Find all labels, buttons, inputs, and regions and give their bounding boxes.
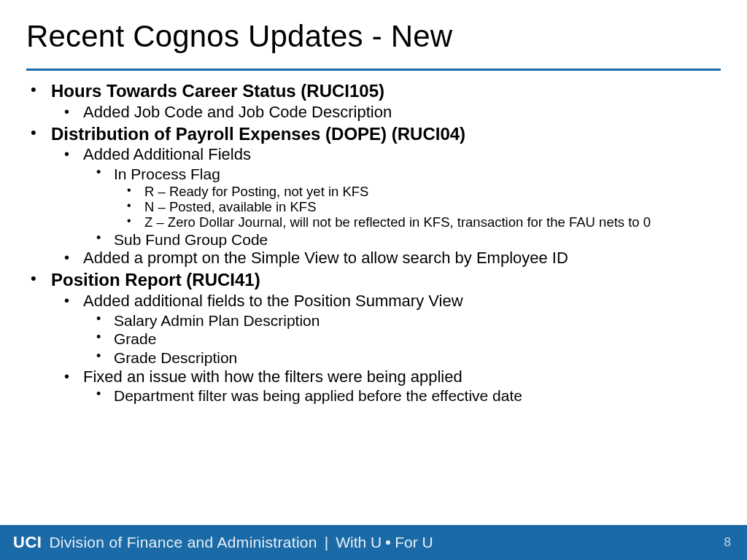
- bullet-2-sub-1a: In Process Flag R – Ready for Posting, n…: [83, 165, 721, 230]
- page-number: 8: [724, 535, 731, 550]
- footer-content: UCI Division of Finance and Administrati…: [0, 533, 433, 552]
- bullet-2-sub-1a-text: In Process Flag: [114, 166, 220, 182]
- bullet-3-sub-1b: Grade: [83, 330, 721, 349]
- footer-tagline-pre: With U: [336, 534, 382, 551]
- footer-bar: UCI Division of Finance and Administrati…: [0, 525, 747, 560]
- bullet-2: Distribution of Payroll Expenses (DOPE) …: [26, 123, 721, 269]
- bullet-2-sub-1b: Sub Fund Group Code: [83, 230, 721, 249]
- bullet-3: Position Report (RUCI41) Added additiona…: [26, 269, 721, 405]
- bullet-2-label: Distribution of Payroll Expenses (DOPE) …: [51, 124, 465, 144]
- bullet-1-sub-1: Added Job Code and Job Code Description: [51, 103, 721, 122]
- bullet-1-label: Hours Towards Career Status (RUCI105): [51, 81, 384, 101]
- footer-tagline: With UFor U: [336, 534, 433, 551]
- slide: Recent Cognos Updates - New Hours Toward…: [0, 0, 747, 560]
- title-rule: [26, 69, 721, 71]
- footer-separator: |: [325, 534, 328, 551]
- bullet-3-sub-2: Fixed an issue with how the filters were…: [51, 368, 721, 405]
- bullet-3-sub-1c: Grade Description: [83, 349, 721, 368]
- bullet-3-sub-1-text: Added additional fields to the Position …: [83, 292, 463, 310]
- bullet-3-sub-2-text: Fixed an issue with how the filters were…: [83, 368, 462, 386]
- dot-icon: [386, 540, 390, 545]
- bullet-2-sub-1a2: N – Posted, available in KFS: [114, 199, 721, 214]
- footer-tagline-post: For U: [395, 534, 433, 551]
- bullet-2-sub-1a3: Z – Zero Dollar Journal, will not be ref…: [114, 214, 721, 230]
- bullet-3-sub-2a: Department filter was being applied befo…: [83, 386, 721, 405]
- bullet-2-sub-1-text: Added Additional Fields: [83, 145, 251, 163]
- bullet-1: Hours Towards Career Status (RUCI105) Ad…: [26, 80, 721, 122]
- bullet-3-sub-1: Added additional fields to the Position …: [51, 292, 721, 368]
- bullet-2-sub-1a1: R – Ready for Posting, not yet in KFS: [114, 184, 721, 199]
- footer-division: Division of Finance and Administration: [49, 534, 317, 551]
- bullet-2-sub-2: Added a prompt on the Simple View to all…: [51, 249, 721, 268]
- slide-title: Recent Cognos Updates - New: [26, 19, 452, 54]
- bullet-3-label: Position Report (RUCI41): [51, 270, 260, 289]
- footer-org: UCI: [13, 533, 42, 552]
- bullet-2-sub-1: Added Additional Fields In Process Flag …: [51, 145, 721, 249]
- slide-content: Hours Towards Career Status (RUCI105) Ad…: [26, 80, 721, 406]
- bullet-3-sub-1a: Salary Admin Plan Description: [83, 311, 721, 330]
